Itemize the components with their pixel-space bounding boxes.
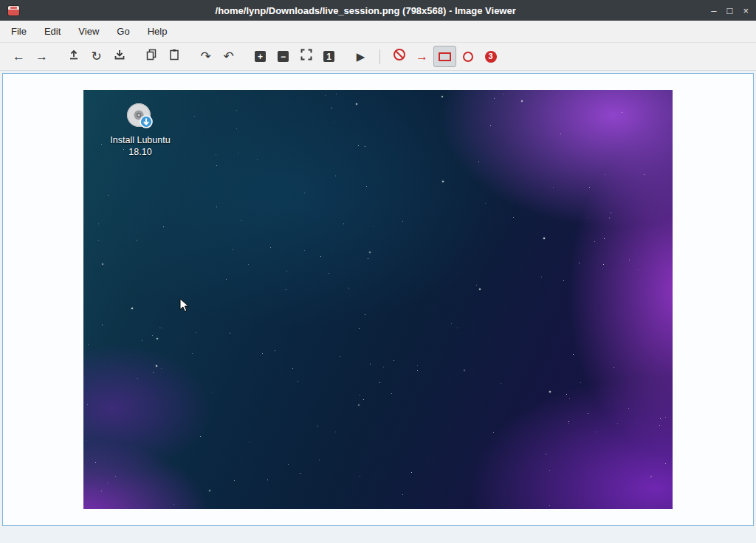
paste-icon — [168, 49, 180, 64]
draw-circle-button[interactable] — [456, 46, 479, 67]
play-icon: ▶ — [357, 51, 365, 62]
maximize-icon[interactable]: □ — [727, 6, 733, 15]
menubar: File Edit View Go Help — [0, 21, 756, 43]
rotate-counterclockwise-icon: ↶ — [223, 50, 233, 63]
slideshow-button[interactable]: ▶ — [349, 46, 372, 67]
window-title: /home/lynp/Downloads/live_session.png (7… — [20, 5, 711, 16]
statusbar — [0, 528, 756, 543]
cd-install-icon — [123, 100, 157, 134]
zoom-out-icon: − — [278, 51, 289, 62]
desktop-icon-label-line1: Install Lubuntu — [110, 134, 170, 146]
original-size-button[interactable]: 1 — [317, 46, 340, 67]
reload-icon: ↻ — [91, 50, 101, 63]
previous-icon: ← — [13, 50, 25, 63]
number-tool-icon: 3 — [485, 51, 497, 63]
zoom-fit-icon — [300, 49, 312, 64]
close-icon[interactable]: × — [743, 6, 749, 15]
window-controls: – □ × — [711, 6, 749, 15]
menu-go[interactable]: Go — [109, 22, 137, 41]
toolbar-separator — [379, 49, 380, 64]
arrow-tool-icon: → — [416, 50, 428, 63]
copy-button[interactable] — [140, 46, 162, 67]
original-size-icon: 1 — [323, 51, 334, 62]
app-icon — [7, 5, 20, 16]
draw-none-button[interactable] — [388, 46, 410, 67]
circle-tool-icon — [463, 52, 473, 62]
open-file-icon — [68, 49, 80, 64]
zoom-fit-button[interactable] — [295, 46, 317, 67]
save-icon — [114, 49, 126, 64]
rotate-counterclockwise-button[interactable]: ↶ — [217, 46, 240, 67]
menu-view[interactable]: View — [70, 22, 107, 41]
draw-arrow-button[interactable]: → — [410, 46, 433, 67]
next-icon: → — [35, 50, 48, 63]
paste-button[interactable] — [162, 46, 185, 67]
titlebar: /home/lynp/Downloads/live_session.png (7… — [0, 0, 756, 21]
toolbar: ← → ↻ ↷ ↶ + − — [0, 43, 756, 71]
copy-icon — [145, 49, 157, 64]
cursor-icon — [179, 298, 190, 313]
next-button[interactable]: → — [30, 46, 53, 67]
rectangle-tool-icon — [439, 52, 451, 61]
viewed-image: Install Lubuntu 18.10 — [83, 90, 673, 509]
menu-file[interactable]: File — [3, 22, 35, 41]
rotate-clockwise-button[interactable]: ↷ — [194, 46, 217, 67]
image-viewport[interactable]: Install Lubuntu 18.10 — [2, 73, 754, 526]
open-file-button[interactable] — [62, 46, 85, 67]
install-lubuntu-desktop-icon: Install Lubuntu 18.10 — [97, 100, 184, 158]
rotate-clockwise-icon: ↷ — [200, 50, 210, 63]
zoom-in-icon: + — [255, 51, 266, 62]
menu-edit[interactable]: Edit — [36, 22, 69, 41]
draw-number-button[interactable]: 3 — [479, 46, 502, 67]
desktop-icon-label-line2: 18.10 — [128, 146, 151, 158]
viewer-content: Install Lubuntu 18.10 — [0, 71, 756, 528]
reload-button[interactable]: ↻ — [85, 46, 108, 67]
zoom-in-button[interactable]: + — [249, 46, 272, 67]
zoom-out-button[interactable]: − — [272, 46, 295, 67]
save-button[interactable] — [108, 46, 131, 67]
no-draw-icon — [393, 48, 406, 65]
previous-button[interactable]: ← — [7, 46, 30, 67]
menu-help[interactable]: Help — [140, 22, 176, 41]
draw-rectangle-button[interactable] — [433, 46, 456, 67]
minimize-icon[interactable]: – — [711, 6, 716, 15]
